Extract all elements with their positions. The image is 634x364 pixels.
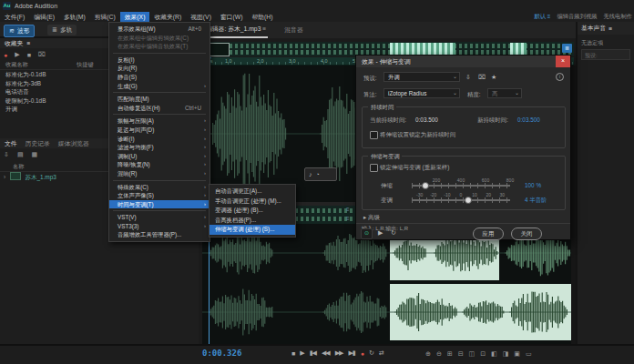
play-icon[interactable]: ▶	[300, 349, 303, 357]
pitch-knob[interactable]	[465, 197, 472, 204]
stretch-slider[interactable]: 200400600800	[412, 185, 510, 187]
zoom-selection-icon[interactable]: ▣	[514, 350, 520, 358]
overview-menu-button[interactable]: ≣	[562, 44, 572, 53]
menubar-item-2[interactable]: 多轨(M)	[59, 12, 90, 22]
pitch-submenu-item-0[interactable]: 自动音调更正(A)...	[210, 187, 295, 197]
effects-menu-item-0[interactable]: 显示效果组(W)Alt+0	[109, 25, 210, 34]
lane-menu-icon[interactable]: ≡	[346, 207, 350, 212]
record-icon[interactable]: ●	[361, 350, 363, 357]
delete-preset-icon[interactable]: ⌧	[478, 74, 486, 81]
effects-menu-item-22[interactable]: 时间与变调(T)›	[109, 200, 210, 209]
effects-menu-item-9[interactable]: 匹配响度(M)	[109, 95, 210, 104]
menubar-item-8[interactable]: 帮助(H)	[247, 12, 277, 22]
algorithm-select[interactable]: iZotope Radius	[383, 88, 460, 98]
essential-sound-tab[interactable]: 基本声音 ≡	[578, 22, 634, 35]
volume-knob-icon[interactable]: ◔	[316, 171, 320, 177]
workspace-0[interactable]: 默认	[534, 13, 550, 21]
effects-menu-item-24[interactable]: VST(V)›	[109, 213, 210, 222]
editor-tab[interactable]: 编辑器: 苏木_1.mp3 ≡	[204, 23, 268, 38]
loop-icon[interactable]: ↻	[369, 349, 373, 357]
zoom-in-vertical-icon[interactable]: ◫	[469, 350, 476, 358]
files-tab-0[interactable]: 文件	[5, 139, 17, 148]
play-favorite-icon[interactable]: ▶	[15, 51, 19, 58]
volume-hud[interactable]: ♪ ◔	[304, 167, 337, 181]
apply-button[interactable]: 应用	[473, 228, 504, 240]
open-file-icon[interactable]: ▤	[17, 151, 24, 157]
zoom-in-icon[interactable]: ⊕	[425, 350, 431, 358]
menubar-item-1[interactable]: 编辑(E)	[29, 12, 59, 22]
lane-menu-icon-2[interactable]: ≡	[346, 216, 350, 221]
effects-menu-item-12[interactable]: 振幅与压限(A)›	[109, 116, 210, 126]
stop-icon[interactable]: ■	[291, 350, 294, 357]
rewind-icon[interactable]: ◀◀	[322, 349, 330, 357]
delete-favorite-icon[interactable]: ⌧	[38, 51, 46, 58]
skip-to-start-icon[interactable]: ▮◀	[310, 349, 316, 357]
effects-menu-item-15[interactable]: 滤波与均衡(F)›	[109, 143, 210, 152]
insert-multitrack-icon[interactable]: ▦	[32, 151, 38, 157]
lock-duration-checkbox[interactable]	[370, 131, 378, 139]
effects-menu-item-4[interactable]: 反相(I)	[109, 56, 210, 65]
zoom-selection-left-icon[interactable]: ◧	[491, 350, 497, 358]
preview-loop-icon[interactable]: ↻	[391, 229, 396, 237]
stretch-knob[interactable]	[422, 182, 429, 189]
twirl-icon[interactable]: ›	[4, 174, 5, 180]
preview-play-icon[interactable]: ▶	[378, 229, 383, 237]
record-favorite-icon[interactable]: ●	[4, 52, 7, 58]
help-icon[interactable]: i	[556, 73, 564, 81]
files-tab-2[interactable]: 媒体浏览器	[58, 139, 89, 148]
effects-menu-item-5[interactable]: 反向(R)	[109, 64, 210, 73]
menubar-item-7[interactable]: 窗口(W)	[216, 12, 248, 22]
zoom-selection-right-icon[interactable]: ◨	[503, 350, 509, 358]
effects-menu-item-25[interactable]: VST3(3)›	[109, 222, 210, 231]
effects-menu-item-14[interactable]: 诊断(I)›	[109, 135, 210, 144]
effects-menu-item-10[interactable]: 自动修复选区(H)Ctrl+U	[109, 104, 210, 113]
stretch-value[interactable]: 100 %	[525, 182, 541, 188]
pitch-submenu-item-1[interactable]: 手动音调更正 (处理) (M)...	[210, 197, 295, 207]
menubar-item-0[interactable]: 文件(F)	[0, 12, 29, 22]
zoom-out-vertical-icon[interactable]: ⊡	[480, 350, 486, 358]
new-duration-value[interactable]: 0:03.500	[517, 116, 540, 123]
fast-forward-icon[interactable]: ▶▶	[335, 349, 343, 357]
close-button[interactable]: 关闭	[511, 228, 542, 240]
skip-to-end-icon[interactable]: ▶▮	[348, 349, 354, 357]
pitch-slider[interactable]: -30-20-100102030	[412, 199, 510, 201]
files-tab-1[interactable]: 历史记录	[26, 139, 50, 148]
menubar-item-6[interactable]: 视图(V)	[186, 12, 216, 22]
effects-menu-item-26[interactable]: 音频增效工具管理器(P)...	[109, 230, 210, 239]
waveform-view-button[interactable]: ≋ 波形	[4, 25, 35, 37]
effects-menu-item-13[interactable]: 延迟与回声(D)›	[109, 126, 210, 135]
advanced-twirl[interactable]: ▸ 高级	[363, 214, 380, 222]
pitch-submenu-item-4[interactable]: 伸缩与变调 (处理) (S)...	[210, 225, 295, 235]
zoom-in-horizontal-icon[interactable]: ⊞	[447, 350, 453, 358]
menubar-item-4[interactable]: 效果(X)	[120, 12, 150, 22]
pitch-submenu-item-3[interactable]: 音高换档器(P)...	[210, 216, 295, 226]
mixer-tab[interactable]: 混音器	[282, 24, 304, 38]
zoom-out-icon[interactable]: ⊖	[436, 350, 442, 358]
stop-favorite-icon[interactable]: ■	[27, 52, 31, 58]
favorite-star-icon[interactable]: ★	[491, 74, 496, 81]
editor-panel-menu-icon[interactable]: ≡	[262, 25, 266, 32]
effects-menu-item-16[interactable]: 调制(U)›	[109, 152, 210, 161]
effects-menu-item-20[interactable]: 特殊效果(C)›	[109, 183, 210, 192]
essential-sound-menu-icon[interactable]: ≡	[608, 25, 612, 32]
workspace-1[interactable]: 编辑音频到视频	[557, 13, 597, 21]
effects-menu-item-6[interactable]: 静音(S)	[109, 73, 210, 82]
lock-resample-checkbox[interactable]	[370, 164, 378, 172]
power-toggle[interactable]: ⊙	[361, 228, 373, 239]
zoom-out-horizontal-icon[interactable]: ⊟	[458, 350, 464, 358]
pitch-value[interactable]: 4 半音阶	[525, 197, 547, 205]
menubar-item-5[interactable]: 收藏夹(R)	[149, 12, 186, 22]
multitrack-view-button[interactable]: ≣ 多轨	[47, 25, 77, 35]
import-file-icon[interactable]: ⇩	[4, 151, 9, 157]
effects-menu-item-18[interactable]: 混响(R)›	[109, 169, 210, 178]
workspace-2[interactable]: 无线电制作	[604, 13, 632, 21]
zoom-full-icon[interactable]: ▭	[526, 350, 532, 358]
effects-menu-item-17[interactable]: 降噪/恢复(N)›	[109, 160, 210, 169]
waveform-display-lower[interactable]	[202, 224, 574, 344]
pitch-submenu-item-2[interactable]: 变调器 (处理) (B)...	[210, 206, 295, 216]
menubar-item-3[interactable]: 剪辑(C)	[90, 12, 120, 22]
skip-selection-icon[interactable]: ⇄	[379, 349, 383, 357]
save-preset-icon[interactable]: ⇩	[465, 74, 471, 81]
effects-menu-item-7[interactable]: 生成(G)›	[109, 82, 210, 91]
panel-menu-icon[interactable]: ≡	[26, 40, 30, 46]
